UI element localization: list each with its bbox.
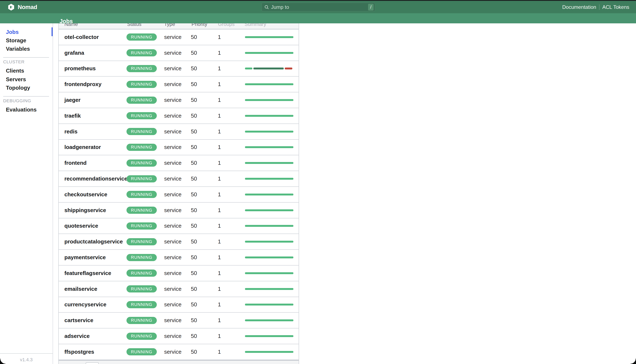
summary-segment-complete xyxy=(254,68,284,70)
job-name: recommendationservice xyxy=(64,171,127,186)
summary-segment-running xyxy=(245,320,294,321)
job-groups: 1 xyxy=(218,218,221,234)
table-row[interactable]: grafana RUNNING service 50 1 xyxy=(59,45,299,61)
summary-segment-running xyxy=(245,241,294,242)
job-groups: 1 xyxy=(218,124,221,139)
table-row[interactable]: productcatalogservice RUNNING service 50… xyxy=(59,234,299,250)
job-type: service xyxy=(164,234,182,249)
sidebar-item-topology[interactable]: Topology xyxy=(6,84,30,92)
job-groups: 1 xyxy=(218,313,221,328)
sidebar-footer-divider xyxy=(0,353,52,354)
top-links-divider xyxy=(599,4,600,10)
job-name: paymentservice xyxy=(64,250,106,265)
table-row[interactable]: featureflagservice RUNNING service 50 1 xyxy=(59,266,299,281)
summary-bar xyxy=(245,99,294,101)
status-badge: RUNNING xyxy=(126,34,157,40)
summary-segment-running xyxy=(245,335,294,337)
jump-to-searchbox[interactable]: / xyxy=(262,3,375,11)
sidebar-item-variables[interactable]: Variables xyxy=(6,45,30,52)
table-row[interactable]: emailservice RUNNING service 50 1 xyxy=(59,281,299,297)
job-name: redis xyxy=(64,124,78,139)
job-name: traefik xyxy=(64,108,81,124)
documentation-link[interactable]: Documentation xyxy=(562,4,596,10)
table-row[interactable]: currencyservice RUNNING service 50 1 xyxy=(59,297,299,313)
sidebar-item-evaluations[interactable]: Evaluations xyxy=(6,106,36,114)
table-row[interactable]: shippingservice RUNNING service 50 1 xyxy=(59,202,299,218)
summary-segment-running xyxy=(245,351,294,353)
job-priority: 50 xyxy=(191,92,197,108)
status-badge: RUNNING xyxy=(126,160,157,167)
table-row[interactable]: redis RUNNING service 50 1 xyxy=(59,124,299,140)
summary-bar xyxy=(245,241,294,242)
table-row[interactable]: traefik RUNNING service 50 1 xyxy=(59,108,299,124)
sidebar-item-clients[interactable]: Clients xyxy=(6,67,24,74)
job-type: service xyxy=(164,45,182,60)
job-name: checkoutservice xyxy=(64,187,107,202)
table-row[interactable]: ffspostgres RUNNING service 50 1 xyxy=(59,344,299,360)
summary-segment-running xyxy=(245,52,294,54)
active-route-indicator xyxy=(52,27,52,36)
summary-segment-running xyxy=(245,115,294,117)
job-type: service xyxy=(164,92,182,108)
table-row[interactable]: checkoutservice RUNNING service 50 1 xyxy=(59,187,299,202)
table-row[interactable]: frontend RUNNING service 50 1 xyxy=(59,155,299,171)
page-title: Jobs xyxy=(60,18,73,24)
version-label: v1.4.3 xyxy=(0,357,52,362)
job-priority: 50 xyxy=(191,328,197,344)
summary-bar xyxy=(245,288,294,290)
summary-bar xyxy=(245,351,294,353)
table-row[interactable]: otel-collector RUNNING service 50 1 xyxy=(59,30,299,45)
jump-to-input[interactable] xyxy=(269,4,368,10)
job-type: service xyxy=(164,328,182,344)
summary-bar xyxy=(245,272,294,274)
job-priority: 50 xyxy=(191,234,197,249)
table-row[interactable]: cartservice RUNNING service 50 1 xyxy=(59,313,299,328)
acl-tokens-link[interactable]: ACL Tokens xyxy=(602,4,629,10)
job-type: service xyxy=(164,266,182,281)
table-row[interactable]: prometheus RUNNING service 50 1 xyxy=(59,61,299,77)
table-row[interactable]: loadgenerator RUNNING service 50 1 xyxy=(59,140,299,156)
table-row[interactable]: adservice RUNNING service 50 1 xyxy=(59,328,299,344)
job-name: shippingservice xyxy=(64,202,106,218)
job-groups: 1 xyxy=(218,92,221,108)
sidebar-item-servers[interactable]: Servers xyxy=(6,76,26,83)
job-priority: 50 xyxy=(191,281,197,297)
per-page-select[interactable] xyxy=(86,362,99,364)
table-row[interactable]: recommendationservice RUNNING service 50… xyxy=(59,171,299,187)
summary-bar xyxy=(245,83,294,85)
summary-segment-running xyxy=(245,256,294,258)
sidebar-item-jobs[interactable]: Jobs xyxy=(6,28,19,36)
brand-wordmark: Nomad xyxy=(18,4,37,10)
table-row[interactable]: paymentservice RUNNING service 50 1 xyxy=(59,250,299,266)
summary-bar xyxy=(245,209,294,211)
sidebar-item-storage[interactable]: Storage xyxy=(6,36,26,44)
job-type: service xyxy=(164,281,182,297)
job-priority: 50 xyxy=(191,124,197,139)
summary-segment-running xyxy=(245,178,294,180)
job-type: service xyxy=(164,344,182,360)
job-groups: 1 xyxy=(218,108,221,124)
job-priority: 50 xyxy=(191,108,197,124)
table-row[interactable]: frontendproxy RUNNING service 50 1 xyxy=(59,76,299,92)
table-row[interactable]: quoteservice RUNNING service 50 1 xyxy=(59,218,299,234)
job-priority: 50 xyxy=(191,266,197,281)
job-type: service xyxy=(164,108,182,124)
job-type: service xyxy=(164,30,182,45)
job-priority: 50 xyxy=(191,61,197,76)
summary-bar xyxy=(245,178,294,180)
job-groups: 1 xyxy=(218,30,221,45)
status-badge: RUNNING xyxy=(126,96,157,104)
nomad-home-link[interactable]: Nomad xyxy=(8,1,37,13)
nomad-logo-icon xyxy=(8,4,15,11)
status-badge: RUNNING xyxy=(126,81,157,88)
summary-bar xyxy=(245,146,294,148)
summary-segment-running xyxy=(245,68,252,70)
job-name: frontend xyxy=(64,155,86,171)
job-name: quoteservice xyxy=(64,218,98,234)
status-badge: RUNNING xyxy=(126,285,157,292)
job-groups: 1 xyxy=(218,171,221,186)
table-row[interactable]: jaeger RUNNING service 50 1 xyxy=(59,92,299,108)
job-groups: 1 xyxy=(218,76,221,92)
search-icon xyxy=(264,5,269,10)
summary-segment-running xyxy=(245,304,294,306)
